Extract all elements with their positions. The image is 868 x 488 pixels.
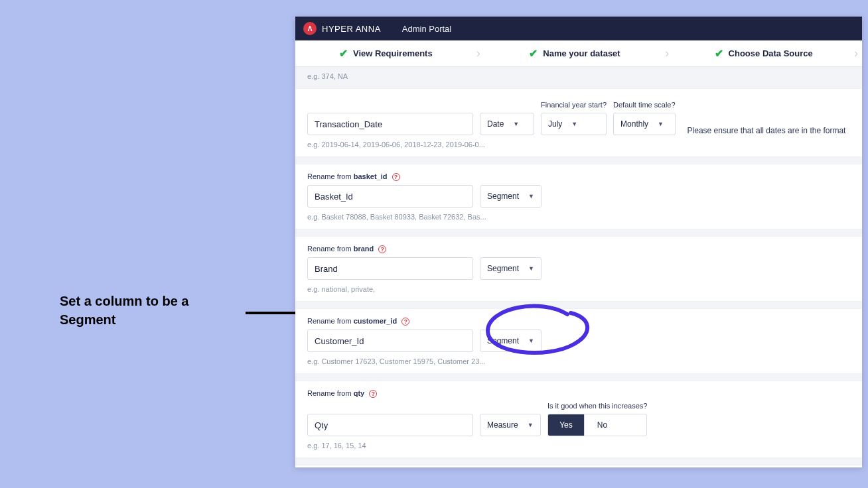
column-name-input[interactable]: [307, 330, 473, 352]
chevron-down-icon: ▼: [528, 422, 534, 428]
time-scale-select[interactable]: Monthly ▼: [613, 113, 676, 135]
chevron-icon: ›: [665, 40, 673, 66]
example-hint: e.g. 2019-06-14, 2019-06-06, 2018-12-23,…: [307, 141, 850, 149]
select-value: Measure: [487, 420, 518, 430]
portal-label: Admin Portal: [402, 24, 451, 34]
financial-year-label: Financial year start?: [541, 101, 607, 109]
column-card-qty: Rename from qty ? Measure ▼ Is it good w…: [295, 381, 862, 458]
select-value: Segment: [487, 192, 519, 201]
annotation-text: Set a column to be a Segment: [60, 292, 246, 329]
date-format-note: Please ensure that all dates are in the …: [687, 126, 846, 135]
column-name-input[interactable]: [307, 113, 473, 135]
column-type-select[interactable]: Segment ▼: [480, 330, 542, 352]
column-type-select[interactable]: Measure ▼: [480, 414, 541, 436]
check-icon: ✔: [339, 47, 348, 60]
increase-good-label: Is it good when this increases?: [547, 402, 647, 410]
help-icon[interactable]: ?: [378, 245, 386, 253]
financial-year-select[interactable]: July ▼: [541, 113, 607, 135]
step-label: Name your dataset: [543, 48, 620, 58]
example-hint: e.g. 17, 16, 15, 14: [307, 442, 850, 450]
rename-label: Rename from customer_id ?: [307, 317, 850, 326]
column-card-transaction-date: Date ▼ Financial year start? July ▼ Defa…: [295, 88, 862, 157]
content-area: e.g. 374, NA Date ▼ Financial year start…: [295, 67, 862, 467]
select-value: Segment: [487, 264, 519, 273]
check-icon: ✔: [529, 47, 538, 60]
brand-logo: Λ HYPER ANNA: [303, 22, 381, 35]
step-choose-source[interactable]: ✔ Choose Data Source: [673, 40, 854, 66]
help-icon[interactable]: ?: [401, 318, 409, 326]
example-hint: e.g. national, private,: [307, 285, 850, 293]
select-value: Date: [487, 119, 504, 129]
time-scale-label: Default time scale?: [613, 101, 676, 109]
column-name-input[interactable]: [307, 257, 473, 280]
column-name-input[interactable]: [307, 185, 473, 208]
rename-label: Rename from basket_id ?: [307, 172, 850, 181]
toggle-no[interactable]: No: [584, 414, 620, 436]
column-type-select[interactable]: Date ▼: [480, 113, 534, 135]
chevron-icon: ›: [476, 40, 484, 66]
example-hint: e.g. 374, NA: [295, 72, 862, 80]
column-type-select[interactable]: Segment ▼: [480, 185, 542, 208]
chevron-down-icon: ▼: [658, 121, 664, 127]
column-card-sales: Rename from sales ? Measure ▼ Is it good…: [295, 465, 862, 467]
step-view-requirements[interactable]: ✔ View Requirements: [295, 40, 476, 66]
select-value: Monthly: [620, 119, 648, 129]
rename-label: Rename from brand ?: [307, 245, 850, 253]
step-label: View Requirements: [353, 48, 433, 58]
chevron-down-icon: ▼: [528, 193, 534, 200]
select-value: July: [548, 119, 562, 129]
yes-no-toggle: Yes No: [547, 414, 647, 436]
column-card-brand: Rename from brand ? Segment ▼ e.g. natio…: [295, 236, 862, 302]
step-tabs: ✔ View Requirements › ✔ Name your datase…: [295, 40, 862, 67]
rename-label: Rename from qty ?: [307, 389, 850, 398]
step-label: Choose Data Source: [729, 48, 813, 58]
toggle-yes[interactable]: Yes: [548, 414, 584, 436]
step-name-dataset[interactable]: ✔ Name your dataset: [484, 40, 666, 66]
column-card-basket-id: Rename from basket_id ? Segment ▼ e.g. B…: [295, 164, 862, 229]
column-type-select[interactable]: Segment ▼: [480, 257, 542, 280]
help-icon[interactable]: ?: [369, 390, 377, 398]
chevron-down-icon: ▼: [571, 121, 577, 127]
chevron-icon: ›: [854, 40, 862, 66]
chevron-down-icon: ▼: [513, 121, 519, 127]
logo-icon: Λ: [303, 22, 317, 35]
top-bar: Λ HYPER ANNA Admin Portal: [295, 17, 862, 40]
help-icon[interactable]: ?: [392, 173, 400, 181]
select-value: Segment: [487, 336, 519, 345]
chevron-down-icon: ▼: [528, 265, 534, 272]
example-hint: e.g. Basket 78088, Basket 80933, Basket …: [307, 213, 850, 221]
chevron-down-icon: ▼: [528, 337, 534, 344]
example-hint: e.g. Customer 17623, Customer 15975, Cus…: [307, 357, 850, 365]
app-window: Λ HYPER ANNA Admin Portal ✔ View Require…: [295, 17, 862, 467]
column-name-input[interactable]: [307, 414, 473, 436]
column-card-customer-id: Rename from customer_id ? Segment ▼ e.g.…: [295, 308, 862, 374]
check-icon: ✔: [715, 47, 723, 60]
brand-name: HYPER ANNA: [322, 24, 381, 34]
